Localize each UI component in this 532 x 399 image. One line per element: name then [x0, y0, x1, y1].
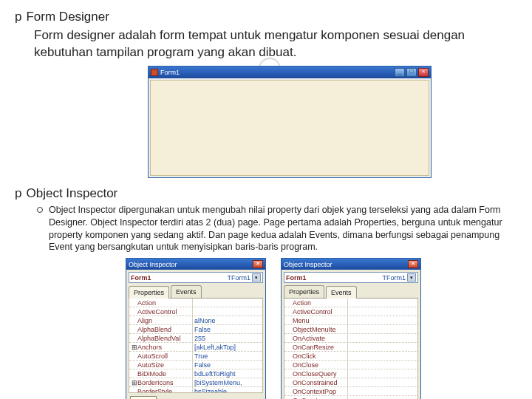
property-row[interactable]: AutoSizeFalse [129, 361, 262, 369]
oi-title: Object Inspector [129, 260, 253, 269]
property-row[interactable]: OnCloseQuery [284, 369, 417, 378]
property-row[interactable]: BiDiModebdLeftToRight [129, 369, 262, 378]
property-value[interactable]: [biSystemMenu, [193, 378, 262, 386]
property-row[interactable]: Action [284, 299, 417, 307]
object-inspector-properties-window: Object Inspector × Form1 TForm1 ▾ Proper… [126, 258, 266, 399]
object-selector[interactable]: Form1 TForm1 ▾ [129, 272, 263, 283]
property-name: OnCloseQuery [284, 369, 348, 378]
property-list[interactable]: Action ActiveControl AlignalNone AlphaBl… [129, 299, 263, 393]
property-name: OnClick [284, 352, 348, 360]
property-value[interactable]: False [193, 361, 262, 369]
property-row[interactable]: ObjectMenuIte [284, 325, 417, 334]
app-icon [151, 69, 158, 76]
object-type: TForm1 [228, 273, 251, 282]
oi-tabs: Properties Events [129, 285, 263, 299]
property-value[interactable] [348, 307, 417, 316]
property-row[interactable]: OnConstrained [284, 378, 417, 387]
property-name: BiDiMode [129, 369, 193, 378]
property-name: ActiveControl [284, 307, 348, 316]
property-row[interactable]: ActiveControl [129, 307, 262, 316]
tab-events[interactable]: Events [171, 285, 202, 298]
property-value[interactable]: False [193, 325, 262, 333]
property-value[interactable] [348, 378, 417, 386]
property-name: OnContextPop [284, 387, 348, 395]
property-row[interactable]: AlphaBlendFalse [129, 325, 262, 334]
property-row[interactable]: Menu [284, 316, 417, 325]
property-name: BorderStyle [129, 387, 193, 393]
property-value[interactable] [348, 325, 417, 333]
property-row[interactable]: OnContextPop [284, 387, 417, 396]
desc-object-inspector: Object Inspector dipergunakan untuk meng… [49, 204, 517, 254]
property-name: Action [284, 299, 348, 307]
section-object-inspector: p Object Inspector [15, 183, 517, 204]
event-list[interactable]: Action ActiveControl Menu ObjectMenuIte … [284, 299, 418, 399]
property-name: ObjectMenuIte [284, 325, 348, 333]
form-titlebar: Form1 _ □ × [149, 66, 431, 78]
property-name: AutoScroll [129, 352, 193, 360]
property-name: AlphaBlend [129, 325, 193, 333]
desc-form-designer: Form designer adalah form tempat untuk m… [34, 27, 517, 61]
property-value[interactable] [348, 387, 417, 395]
property-row[interactable]: ⊞Anchors[akLeft,akTop] [129, 343, 262, 352]
close-button[interactable]: × [418, 68, 429, 77]
property-row[interactable]: OnClose [284, 361, 417, 369]
property-value[interactable] [348, 316, 417, 324]
close-icon[interactable]: × [253, 260, 263, 268]
bullet-icon: p [15, 187, 21, 200]
property-value[interactable]: alNone [193, 316, 262, 324]
minimize-button[interactable]: _ [395, 68, 405, 77]
property-row[interactable]: ⊞BorderIcons[biSystemMenu, [129, 378, 262, 387]
chevron-down-icon[interactable]: ▾ [407, 273, 416, 282]
form-design-surface[interactable] [150, 80, 429, 176]
chevron-down-icon[interactable]: ▾ [252, 273, 261, 282]
oi-titlebar: Object Inspector × [282, 259, 420, 270]
object-selector[interactable]: Form1 TForm1 ▾ [284, 272, 418, 283]
property-value[interactable] [348, 352, 417, 360]
property-value[interactable]: bdLeftToRight [193, 369, 262, 378]
property-row[interactable]: Action [129, 299, 262, 307]
property-value[interactable] [348, 361, 417, 369]
expand-icon[interactable]: ⊞ [131, 378, 137, 387]
property-value[interactable] [348, 396, 417, 399]
form-designer-window: Form1 _ □ × [148, 66, 432, 178]
tab-properties[interactable]: Properties [284, 285, 324, 298]
property-row[interactable]: BorderStylebsSizeable [129, 387, 262, 393]
tab-properties[interactable]: Properties [129, 286, 169, 299]
property-row[interactable]: ActiveControl [284, 307, 417, 316]
hint-caption: Form1 [130, 396, 157, 399]
form-title: Form1 [160, 68, 393, 77]
tab-events[interactable]: Events [326, 286, 357, 299]
object-type: TForm1 [383, 273, 406, 282]
property-value[interactable]: True [193, 352, 262, 360]
object-inspector-events-window: Object Inspector × Form1 TForm1 ▾ Proper… [281, 258, 421, 399]
property-value[interactable]: [akLeft,akTop] [193, 343, 262, 351]
property-row[interactable]: OnCanResize [284, 343, 417, 352]
property-value[interactable] [348, 299, 417, 307]
property-name: ⊞Anchors [129, 343, 193, 351]
property-value[interactable]: bsSizeable [193, 387, 262, 393]
property-value[interactable] [193, 307, 262, 316]
property-row[interactable]: OnActivate [284, 334, 417, 343]
heading-object-inspector: Object Inspector [26, 185, 117, 202]
property-value[interactable] [193, 299, 262, 307]
property-row[interactable]: AlphaBlendVal255 [129, 334, 262, 343]
property-value[interactable]: 255 [193, 334, 262, 342]
property-value[interactable] [348, 369, 417, 378]
property-name: AutoSize [129, 361, 193, 369]
section-form-designer: p Form Designer [15, 6, 517, 27]
property-name: Action [129, 299, 193, 307]
property-value[interactable] [348, 343, 417, 351]
bullet-icon: p [15, 10, 21, 23]
property-value[interactable] [348, 334, 417, 342]
property-row[interactable]: OnClick [284, 352, 417, 361]
property-name: OnCanResize [284, 343, 348, 351]
property-name: OnConstrained [284, 378, 348, 386]
property-row[interactable]: AlignalNone [129, 316, 262, 325]
property-row[interactable]: AutoScrollTrue [129, 352, 262, 361]
property-name: OnActivate [284, 334, 348, 342]
property-name: ActiveControl [129, 307, 193, 316]
maximize-button[interactable]: □ [406, 68, 417, 77]
property-row[interactable]: OnCreate [284, 396, 417, 399]
expand-icon[interactable]: ⊞ [131, 343, 137, 352]
close-icon[interactable]: × [408, 260, 418, 268]
